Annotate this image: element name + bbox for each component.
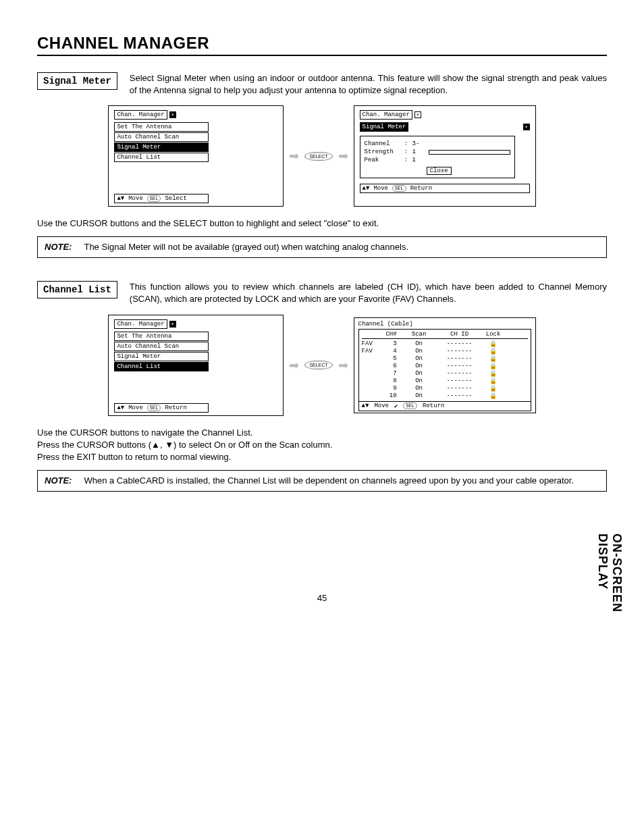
updown-icon: ▲▼ (362, 402, 369, 409)
signal-detail-box: Channel:3-Strength:1Peak:1 Close (360, 136, 515, 178)
channel-list-label: Channel List (37, 281, 117, 298)
dropdown-icon: ▾ (169, 321, 176, 328)
table-row[interactable]: 7On-------🔒 (362, 370, 528, 377)
menu-item[interactable]: Channel List (114, 153, 209, 162)
note-box: NOTE: The Signal Meter will not be avail… (37, 236, 607, 258)
footer-action: Select (165, 195, 186, 202)
table-row[interactable]: 6On-------🔒 (362, 363, 528, 370)
menu-item[interactable]: Set The Antenna (114, 122, 209, 132)
dropdown-icon: ▾ (169, 111, 176, 118)
page-title: CHANNEL MANAGER (37, 34, 607, 56)
dropdown-icon: ▾ (414, 111, 421, 118)
lock-icon: 🔒 (483, 340, 504, 348)
cl-head-id: CH ID (436, 331, 483, 338)
page-number: 45 (37, 593, 607, 603)
table-row[interactable]: 10On-------🔒 (362, 392, 528, 400)
signal-meter-instr: Use the CURSOR buttons and the SELECT bu… (37, 217, 607, 230)
note-label: NOTE: (45, 241, 72, 253)
sel-pill: SEL (147, 405, 161, 411)
sel-pill: SEL (392, 185, 406, 192)
dropdown-icon: ▾ (523, 124, 530, 130)
arrow-right-icon: ➡ (289, 149, 299, 163)
updown-icon: ▲▼ (117, 195, 124, 202)
lock-icon: 🔒 (483, 355, 504, 363)
cl-head-scan: Scan (402, 331, 436, 338)
menu-item[interactable]: Channel List▸ (114, 362, 209, 371)
arrow-right-icon: ➡ (289, 358, 299, 373)
cl-header-row: CH# Scan CH ID Lock (362, 331, 528, 339)
cl-instr-3: Press the EXIT button to return to norma… (37, 451, 607, 463)
footer-move: Move (128, 195, 143, 202)
note-text: The Signal Meter will not be available (… (84, 241, 408, 253)
footer-action: Return (410, 185, 432, 192)
close-button[interactable]: Close (427, 167, 452, 175)
osd-panel-detail: Chan. Manager ▾ Signal Meter ▾ Channel:3… (354, 105, 536, 207)
osd-panel-menu: Chan. Manager ▾ Set The AntennaAuto Chan… (108, 315, 284, 416)
detail-row: Strength:1 (365, 149, 510, 155)
lock-icon: 🔒 (483, 348, 504, 355)
detail-row: Peak:1 (365, 157, 510, 163)
osd-footer: ▲▼ Move SEL Return (114, 403, 209, 413)
osd-title: Chan. Manager (114, 110, 167, 120)
table-row[interactable]: 5On-------🔒 (362, 355, 528, 363)
menu-item[interactable]: Auto Channel Scan (114, 342, 209, 351)
footer-action: Return (423, 402, 444, 409)
osd-title: Chan. Manager (114, 319, 167, 329)
check-icon: ✔ (394, 402, 398, 410)
updown-icon: ▲▼ (117, 405, 124, 411)
table-row[interactable]: 9On-------🔒 (362, 385, 528, 392)
lock-icon: 🔒 (483, 392, 504, 400)
sel-pill: SEL (403, 402, 417, 409)
osd-footer: ▲▼ Move SEL Select (114, 194, 209, 203)
footer-move: Move (374, 402, 389, 409)
signal-meter-label: Signal Meter (37, 72, 117, 90)
detail-row: Channel:3- (365, 140, 510, 147)
osd-footer: ▲▼ Move SEL Return (360, 184, 530, 193)
lock-icon: 🔒 (483, 370, 504, 377)
cl-instr-2: Press the CURSOR buttons (▲, ▼) to selec… (37, 439, 607, 451)
arrow-right-icon: ➡ (338, 149, 348, 163)
note-box: NOTE: When a CableCARD is installed, the… (37, 470, 607, 492)
lock-icon: 🔒 (483, 363, 504, 370)
footer-move: Move (373, 185, 388, 192)
lock-icon: 🔒 (483, 377, 504, 385)
note-label: NOTE: (45, 475, 72, 487)
osd-title: Chan. Manager (360, 110, 412, 120)
footer-move: Move (128, 405, 143, 411)
channel-list-desc: This function allows you to review which… (130, 281, 607, 305)
select-button: SELECT (304, 152, 332, 161)
select-button: SELECT (304, 361, 332, 369)
arrow-flow: ➡ SELECT ➡ (289, 149, 348, 163)
cl-head-ch: CH# (382, 331, 402, 338)
cl-footer: ▲▼ Move ✔SEL Return (358, 402, 531, 411)
cl-instr-1: Use the CURSOR buttons to navigate the C… (37, 427, 607, 439)
note-text: When a CableCARD is installed, the Chann… (84, 475, 599, 487)
side-tab: ON-SCREEN DISPLAY (595, 533, 624, 630)
menu-item[interactable]: Set The Antenna (114, 332, 209, 341)
menu-item[interactable]: Signal Meter (114, 352, 209, 361)
lock-icon: 🔒 (483, 385, 504, 392)
channel-list-panel: Channel (Cable) CH# Scan CH ID Lock FAV3… (354, 317, 536, 413)
footer-action: Return (165, 405, 186, 411)
osd-subtitle: Signal Meter (360, 122, 409, 132)
menu-item[interactable]: Auto Channel Scan (114, 132, 209, 142)
sel-pill: SEL (147, 195, 161, 202)
table-row[interactable]: 8On-------🔒 (362, 377, 528, 385)
updown-icon: ▲▼ (363, 185, 370, 192)
cl-title: Channel (Cable) (358, 321, 531, 328)
menu-item[interactable]: Signal Meter▸ (114, 142, 209, 152)
arrow-right-icon: ➡ (338, 358, 348, 373)
table-row[interactable]: FAV3On-------🔒 (362, 340, 528, 348)
osd-panel-menu: Chan. Manager ▾ Set The AntennaAuto Chan… (108, 105, 284, 207)
arrow-flow: ➡ SELECT ➡ (289, 358, 348, 373)
signal-meter-desc: Select Signal Meter when using an indoor… (130, 72, 607, 96)
cl-head-lock: Lock (483, 331, 504, 338)
table-row[interactable]: FAV4On-------🔒 (362, 348, 528, 355)
